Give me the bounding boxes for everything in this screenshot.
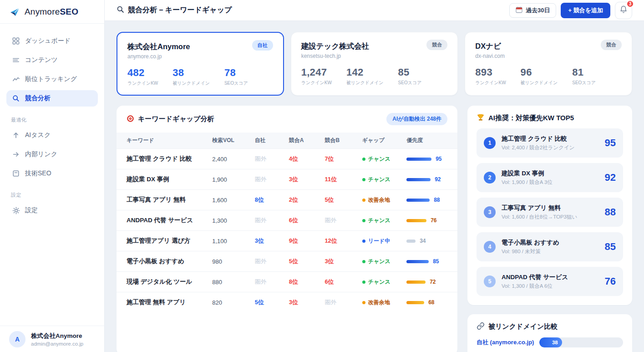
top5-item[interactable]: 2建設業 DX 事例Vol: 1,900 / 競合A 3位92	[477, 163, 623, 192]
stat-value: 96	[521, 66, 558, 78]
gap-status-badge: チャンス	[362, 217, 390, 224]
cell-volume: 1,100	[208, 231, 251, 251]
gap-status-label: チャンス	[368, 217, 390, 224]
cell-keyword: 現場 デジタル化 ツール	[117, 272, 208, 292]
cell-own-rank: 圏外	[251, 210, 285, 231]
competitor-card[interactable]: 株式会社Anymore自社anymore.co.jp482ランクインKW38被リ…	[117, 32, 284, 96]
cell-own-rank: 5位	[251, 292, 285, 313]
gap-status-label: リード中	[368, 237, 390, 245]
date-range-button[interactable]: 過去30日	[509, 3, 556, 18]
table-row[interactable]: 現場 デジタル化 ツール880圏外8位6位チャンス72	[117, 272, 457, 292]
cell-comp-a-rank: 9位	[285, 231, 321, 251]
search-icon	[117, 5, 124, 15]
link-icon	[477, 322, 485, 332]
table-row[interactable]: 施工管理 クラウド 比較2,400圏外4位7位チャンス95	[117, 149, 457, 169]
cell-priority: 88	[403, 190, 457, 210]
cell-keyword: 建設業 DX 事例	[117, 169, 208, 190]
gear-icon	[12, 206, 20, 214]
cell-comp-a-rank: 2位	[285, 190, 321, 210]
top5-score: 95	[605, 137, 616, 149]
sidebar-item-doc[interactable]: 技術SEO	[6, 165, 98, 182]
sidebar-item-arrow-up[interactable]: AIタスク	[6, 127, 98, 143]
top5-item[interactable]: 5ANDPAD 代替 サービスVol: 1,300 / 競合A 6位76	[477, 267, 623, 296]
table-row[interactable]: 施工管理アプリ 選び方1,1003位9位12位リード中34	[117, 231, 457, 251]
cell-keyword: 電子小黒板 おすすめ	[117, 251, 208, 272]
table-row[interactable]: 電子小黒板 おすすめ980圏外5位3位チャンス85	[117, 251, 457, 272]
column-header: 競合A	[285, 133, 321, 149]
stat-label: SEOスコア	[224, 80, 248, 87]
user-profile[interactable]: A 株式会社Anymore admin@anymore.co.jp	[0, 326, 104, 352]
card-type-badge: 競合	[601, 40, 622, 50]
avatar: A	[9, 331, 25, 347]
cell-comp-a-rank: 3位	[285, 292, 321, 313]
sidebar-item-arrow-right[interactable]: 内部リンク	[6, 146, 98, 163]
priority-value: 72	[430, 279, 436, 285]
card-name: 株式会社Anymore	[127, 40, 190, 52]
priority-meter: 88	[406, 197, 454, 203]
status-dot-icon	[362, 158, 365, 161]
stat-value: 38	[172, 67, 210, 79]
sidebar-item-search[interactable]: 競合分析	[6, 90, 98, 107]
priority-meter: 95	[406, 156, 454, 162]
top5-item[interactable]: 4電子小黒板 おすすめVol: 980 / 未対策85	[477, 232, 623, 261]
sidebar-item-gear[interactable]: 設定	[6, 202, 98, 219]
status-dot-icon	[362, 260, 365, 263]
gap-status-badge: リード中	[362, 237, 390, 245]
grid-icon	[12, 37, 20, 45]
stat-label: SEOスコア	[572, 80, 596, 86]
card-stat: 38被リンクドメイン	[172, 67, 210, 87]
competitor-card[interactable]: DXナビ競合dx-navi.com893ランクインKW96被リンクドメイン81S…	[465, 32, 632, 96]
priority-value: 95	[436, 156, 441, 162]
cell-priority: 68	[403, 292, 457, 313]
competitor-card[interactable]: 建設テック株式会社競合kensetsu-tech.jp1,247ランクインKW1…	[291, 32, 458, 96]
priority-bar	[406, 178, 431, 181]
card-stat: 85SEOスコア	[398, 66, 422, 86]
cell-volume: 1,300	[208, 210, 251, 231]
priority-value: 92	[435, 176, 441, 183]
ai-detected-badge: AIが自動検出 248件	[386, 113, 447, 125]
priority-value: 76	[431, 217, 436, 224]
cell-volume: 880	[208, 272, 251, 292]
top5-keyword: 電子小黒板 おすすめ	[502, 239, 599, 247]
cell-gap: チャンス	[359, 169, 403, 190]
priority-bar	[406, 158, 431, 161]
trophy-icon	[477, 113, 485, 123]
gap-status-label: チャンス	[368, 155, 390, 163]
top5-item[interactable]: 3工事写真 アプリ 無料Vol: 1,600 / 自社8位→TOP3狙い88	[477, 198, 623, 227]
priority-bar	[406, 301, 424, 304]
cell-comp-b-rank: 11位	[321, 169, 358, 190]
cell-comp-a-rank: 6位	[285, 210, 321, 231]
stat-value: 85	[398, 66, 422, 78]
top5-keyword: 施工管理 クラウド 比較	[502, 135, 599, 143]
top5-item[interactable]: 1施工管理 クラウド 比較Vol: 2,400 / 競合2社ランクイン95	[477, 128, 623, 158]
trend-icon	[12, 75, 20, 83]
cell-volume: 2,400	[208, 149, 251, 169]
card-name: DXナビ	[475, 40, 501, 51]
backlink-bar-track: 38	[539, 337, 623, 347]
status-dot-icon	[362, 219, 365, 222]
column-header: 検索VOL	[208, 133, 251, 149]
card-top: 株式会社Anymore自社	[127, 40, 273, 52]
priority-value: 88	[434, 197, 440, 203]
cell-own-rank: 圏外	[251, 251, 285, 272]
gap-status-badge: チャンス	[362, 258, 390, 265]
table-row[interactable]: 建設業 DX 事例1,900圏外3位11位チャンス92	[117, 169, 457, 190]
ai-top5-panel: AI推奨：対策優先KW TOP5 1施工管理 クラウド 比較Vol: 2,400…	[467, 106, 632, 305]
sidebar-item-trend[interactable]: 順位トラッキング	[6, 71, 98, 87]
notifications-button[interactable]: 3	[615, 2, 632, 19]
table-row[interactable]: 工事写真 アプリ 無料1,6008位2位5位改善余地88	[117, 190, 457, 210]
status-dot-icon	[362, 301, 365, 304]
stat-value: 1,247	[301, 66, 332, 78]
arrow-up-icon	[12, 131, 20, 139]
sidebar-item-lines[interactable]: コンテンツ	[6, 52, 98, 68]
sidebar-item-grid[interactable]: ダッシュボード	[6, 33, 98, 49]
card-top: DXナビ競合	[475, 40, 622, 51]
table-header-row: キーワード検索VOL自社競合A競合Bギャップ優先度	[117, 133, 457, 149]
priority-meter: 76	[406, 217, 454, 224]
top5-score: 76	[605, 275, 616, 287]
stat-value: 142	[346, 66, 384, 78]
add-competitor-button[interactable]: + 競合を追加	[561, 3, 610, 18]
table-row[interactable]: ANDPAD 代替 サービス1,300圏外6位圏外チャンス76	[117, 210, 457, 231]
cell-keyword: 施工管理アプリ 選び方	[117, 231, 208, 251]
table-row[interactable]: 施工管理 無料 アプリ8205位3位圏外改善余地68	[117, 292, 457, 313]
